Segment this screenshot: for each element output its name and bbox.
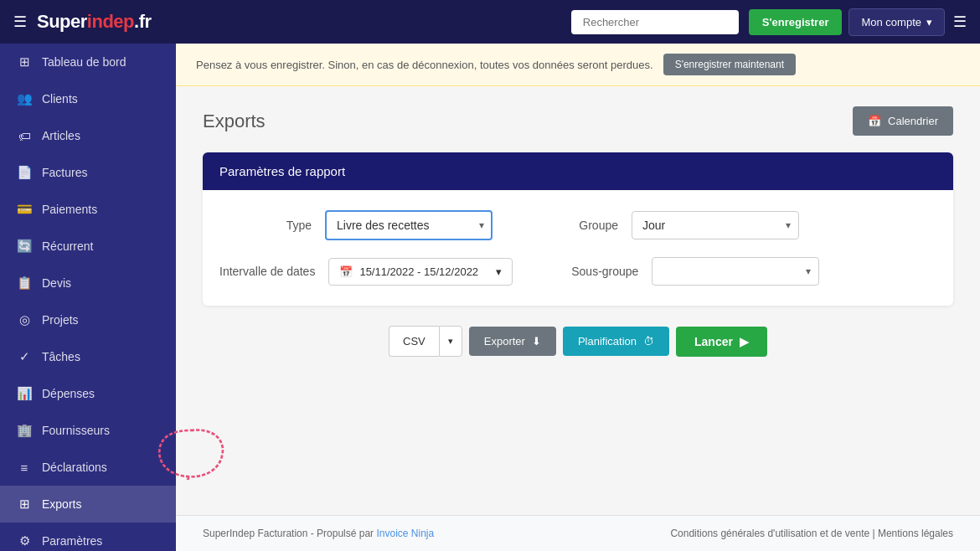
launch-label: Lancer <box>694 335 733 348</box>
intervalle-label: Intervalle de dates <box>219 265 315 278</box>
type-label: Type <box>219 219 312 232</box>
groupe-select-wrapper: Jour Semaine Mois Année <box>632 211 799 239</box>
page-header: Exports 📅 Calendrier <box>203 106 953 136</box>
csv-button[interactable]: CSV <box>389 326 439 357</box>
sidebar-label-paiements: Paiements <box>42 203 97 216</box>
sidebar-item-taches[interactable]: ✓ Tâches <box>0 338 176 375</box>
sidebar-label-exports: Exports <box>42 497 81 511</box>
sidebar-item-tableau-de-bord[interactable]: ⊞ Tableau de bord <box>0 44 176 80</box>
sidebar-label-recurrent: Récurrent <box>42 239 93 253</box>
footer-left-text: SuperIndep Facturation - Propulsé par <box>203 528 376 539</box>
account-label: Mon compte <box>861 16 921 28</box>
main-layout: ⊞ Tableau de bord 👥 Clients 🏷 Articles 📄… <box>0 44 980 551</box>
planification-label: Planification <box>578 335 637 348</box>
page-title: Exports <box>203 111 266 132</box>
top-nav-menu-icon[interactable]: ☰ <box>953 13 967 31</box>
sidebar-item-parametres[interactable]: ⚙ Paramètres <box>0 523 176 551</box>
groupe-select[interactable]: Jour Semaine Mois Année <box>632 211 799 239</box>
top-nav: ☰ Superindep.fr S'enregistrer Mon compte… <box>0 0 980 44</box>
sous-groupe-select[interactable] <box>652 257 819 286</box>
content-area: Pensez à vous enregistrer. Sinon, en cas… <box>176 44 980 551</box>
csv-button-group: CSV ▾ <box>389 326 462 357</box>
calendar-label: Calendrier <box>888 115 938 127</box>
clients-icon: 👥 <box>17 91 32 106</box>
calendar-button[interactable]: 📅 Calendrier <box>853 106 953 136</box>
sidebar-label-declarations: Déclarations <box>42 461 107 474</box>
projets-icon: ◎ <box>17 312 32 327</box>
logo: Superindep.fr <box>37 11 152 33</box>
groupe-label: Groupe <box>526 219 618 232</box>
parametres-icon: ⚙ <box>17 533 32 548</box>
recurrent-icon: 🔄 <box>17 239 32 254</box>
invoice-ninja-link[interactable]: Invoice Ninja <box>376 528 434 539</box>
report-params-title: Paramètres de rapport <box>219 164 345 178</box>
sidebar-item-projets[interactable]: ◎ Projets <box>0 301 176 338</box>
csv-dropdown-button[interactable]: ▾ <box>439 326 462 357</box>
dropdown-arrow-icon: ▾ <box>496 265 502 278</box>
play-icon: ▶ <box>740 335 749 348</box>
sidebar-item-depenses[interactable]: 📊 Dépenses <box>0 375 176 412</box>
sous-groupe-label: Sous-groupe <box>546 265 638 278</box>
footer-left: SuperIndep Facturation - Propulsé par In… <box>203 528 434 539</box>
sidebar-label-factures: Factures <box>42 166 87 179</box>
register-now-button[interactable]: S'enregistrer maintenant <box>663 54 796 75</box>
paiements-icon: 💳 <box>17 202 32 217</box>
sidebar-label-clients: Clients <box>42 92 78 106</box>
sidebar-item-exports[interactable]: ⊞ Exports <box>0 486 176 523</box>
declarations-icon: ≡ <box>17 460 32 475</box>
export-label: Exporter <box>484 335 525 348</box>
hamburger-menu-icon[interactable]: ☰ <box>13 13 27 31</box>
sidebar-label-devis: Devis <box>42 276 71 290</box>
launch-button[interactable]: Lancer ▶ <box>676 327 767 357</box>
intervalle-group: Intervalle de dates 📅 15/11/2022 - 15/12… <box>219 258 513 286</box>
footer-right-text: Conditions générales d'utilisation et de… <box>670 528 953 539</box>
form-row-1: Type Livre des recettes Livre des dépens… <box>219 210 936 240</box>
chevron-down-icon: ▾ <box>926 16 932 28</box>
report-card-header: Paramètres de rapport <box>203 152 953 190</box>
sous-groupe-group: Sous-groupe <box>546 257 819 286</box>
sidebar-label-tableau-de-bord: Tableau de bord <box>42 55 126 69</box>
calendar-small-icon: 📅 <box>339 265 353 278</box>
page-content: Exports 📅 Calendrier Paramètres de rappo… <box>176 86 980 515</box>
articles-icon: 🏷 <box>17 128 32 143</box>
sidebar-label-articles: Articles <box>42 129 80 142</box>
sidebar-item-recurrent[interactable]: 🔄 Récurrent <box>0 228 176 265</box>
date-range-value: 15/11/2022 - 15/12/2022 <box>359 265 478 278</box>
sidebar-item-factures[interactable]: 📄 Factures <box>0 154 176 191</box>
register-button[interactable]: S'enregistrer <box>749 9 843 35</box>
footer-right: Conditions générales d'utilisation et de… <box>670 528 953 539</box>
sidebar-item-clients[interactable]: 👥 Clients <box>0 80 176 117</box>
sidebar-item-declarations[interactable]: ≡ Déclarations <box>0 449 176 486</box>
taches-icon: ✓ <box>17 349 32 364</box>
type-select-wrapper: Livre des recettes Livre des dépenses Bi… <box>325 210 493 240</box>
sous-groupe-select-wrapper <box>652 257 819 286</box>
sidebar: ⊞ Tableau de bord 👥 Clients 🏷 Articles 📄… <box>0 44 176 551</box>
fournisseurs-icon: 🏢 <box>17 423 32 438</box>
sidebar-label-fournisseurs: Fournisseurs <box>42 424 110 437</box>
clock-icon: ⏱ <box>643 335 654 348</box>
exports-icon: ⊞ <box>17 497 32 512</box>
groupe-group: Groupe Jour Semaine Mois Année <box>526 211 799 239</box>
report-card-body: Type Livre des recettes Livre des dépens… <box>203 190 953 306</box>
type-group: Type Livre des recettes Livre des dépens… <box>219 210 493 240</box>
sidebar-item-articles[interactable]: 🏷 Articles <box>0 117 176 154</box>
action-row: CSV ▾ Exporter ⬇ Planification ⏱ Lancer … <box>203 326 953 357</box>
sidebar-label-projets: Projets <box>42 313 79 327</box>
sidebar-item-fournisseurs[interactable]: 🏢 Fournisseurs <box>0 412 176 449</box>
dashboard-icon: ⊞ <box>17 54 32 70</box>
search-input[interactable] <box>571 10 739 34</box>
alert-message: Pensez à vous enregistrer. Sinon, en cas… <box>196 59 653 71</box>
date-range-input[interactable]: 📅 15/11/2022 - 15/12/2022 ▾ <box>328 258 513 286</box>
footer: SuperIndep Facturation - Propulsé par In… <box>176 515 980 551</box>
sidebar-item-paiements[interactable]: 💳 Paiements <box>0 191 176 228</box>
depenses-icon: 📊 <box>17 386 32 401</box>
report-params-card: Paramètres de rapport Type Livre des rec… <box>203 152 953 306</box>
export-button[interactable]: Exporter ⬇ <box>469 327 556 356</box>
planification-button[interactable]: Planification ⏱ <box>563 327 669 356</box>
type-select[interactable]: Livre des recettes Livre des dépenses Bi… <box>325 210 493 240</box>
devis-icon: 📋 <box>17 276 32 291</box>
form-row-2: Intervalle de dates 📅 15/11/2022 - 15/12… <box>219 257 936 286</box>
sidebar-item-devis[interactable]: 📋 Devis <box>0 265 176 301</box>
account-button[interactable]: Mon compte ▾ <box>848 8 945 36</box>
factures-icon: 📄 <box>17 165 32 180</box>
